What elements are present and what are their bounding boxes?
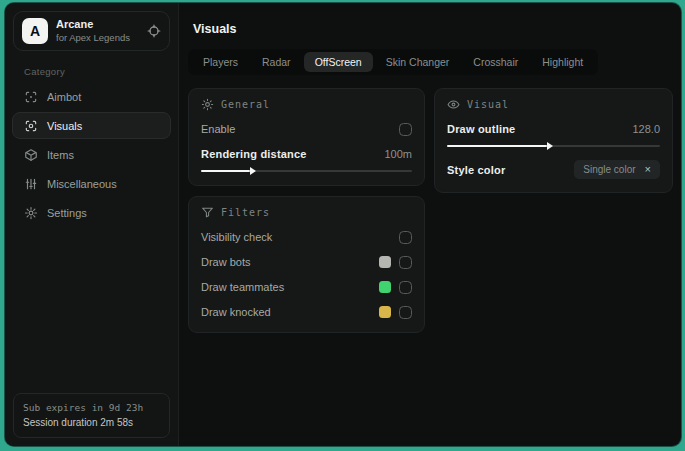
style-color-label: Style color (447, 164, 505, 176)
visibility-check-label: Visibility check (201, 231, 272, 243)
visual-panel-title: Visual (467, 99, 509, 110)
style-color-value: Single color (583, 164, 635, 175)
app-name: Arcane (56, 18, 130, 32)
draw-bots-label: Draw bots (201, 256, 251, 268)
draw-knocked-color-swatch[interactable] (379, 306, 391, 318)
aimbot-icon (24, 90, 38, 104)
miscellaneous-icon (24, 177, 38, 191)
sidebar-item-label: Miscellaneous (47, 178, 117, 190)
slider-fill (201, 170, 250, 172)
items-icon (24, 148, 38, 162)
sidebar-item-items[interactable]: Items (12, 141, 171, 168)
left-column: General Enable Rendering distance 100m (188, 88, 425, 333)
sidebar-nav: Aimbot Visuals Items (5, 83, 178, 226)
sun-icon (201, 98, 214, 111)
sidebar-item-label: Visuals (47, 120, 82, 132)
draw-outline-slider[interactable] (447, 145, 660, 147)
sidebar-item-label: Items (47, 149, 74, 161)
rendering-distance-label: Rendering distance (201, 148, 307, 160)
app-logo: A (22, 18, 48, 44)
draw-teammates-color-swatch[interactable] (379, 281, 391, 293)
visual-panel-header: Visual (447, 98, 660, 111)
app-subtitle: for Apex Legends (56, 32, 130, 44)
slider-thumb[interactable] (547, 142, 553, 150)
draw-bots-row: Draw bots (201, 255, 412, 269)
visibility-check-row: Visibility check (201, 230, 412, 244)
draw-teammates-row: Draw teammates (201, 280, 412, 294)
sidebar-spacer (5, 226, 178, 393)
sidebar-item-label: Settings (47, 207, 87, 219)
visuals-tabbar: Players Radar OffScreen Skin Changer Cro… (188, 49, 598, 75)
draw-knocked-checkbox[interactable] (399, 306, 412, 319)
tab-radar[interactable]: Radar (251, 52, 302, 72)
page-title: Visuals (193, 22, 673, 36)
tab-highlight[interactable]: Highlight (531, 52, 594, 72)
session-duration-text: Session duration 2m 58s (23, 415, 160, 430)
sidebar-item-label: Aimbot (47, 91, 81, 103)
draw-knocked-label: Draw knocked (201, 306, 271, 318)
sub-expires-text: Sub expires in 9d 23h (23, 400, 160, 415)
brand-card: A Arcane for Apex Legends (13, 11, 170, 51)
slider-fill (447, 145, 547, 147)
rendering-distance-value: 100m (384, 148, 412, 160)
general-panel-header: General (201, 98, 412, 111)
main-content: Visuals Players Radar OffScreen Skin Cha… (179, 3, 681, 446)
filters-panel-header: Filters (201, 206, 412, 219)
visuals-icon (24, 119, 38, 133)
sidebar-item-aimbot[interactable]: Aimbot (12, 83, 171, 110)
draw-teammates-label: Draw teammates (201, 281, 284, 293)
tab-skin-changer[interactable]: Skin Changer (375, 52, 461, 72)
tab-crosshair[interactable]: Crosshair (462, 52, 529, 72)
slider-thumb[interactable] (250, 167, 256, 175)
filters-panel-title: Filters (221, 207, 270, 218)
general-panel-title: General (221, 99, 270, 110)
style-color-row: Style color Single color × (447, 160, 660, 179)
style-color-select[interactable]: Single color × (574, 160, 660, 179)
close-icon[interactable]: × (645, 164, 651, 175)
tab-players[interactable]: Players (192, 52, 249, 72)
tab-offscreen[interactable]: OffScreen (304, 52, 373, 72)
sidebar: A Arcane for Apex Legends Category (5, 3, 179, 446)
draw-outline-row: Draw outline 128.0 (447, 122, 660, 136)
visibility-check-checkbox[interactable] (399, 231, 412, 244)
enable-row: Enable (201, 122, 412, 136)
app-window: A Arcane for Apex Legends Category (5, 3, 681, 446)
visual-panel: Visual Draw outline 128.0 Style color (434, 88, 673, 193)
draw-bots-color-swatch[interactable] (379, 256, 391, 268)
eye-icon (447, 98, 460, 111)
sidebar-item-miscellaneous[interactable]: Miscellaneous (12, 170, 171, 197)
subscription-info-card: Sub expires in 9d 23h Session duration 2… (13, 393, 170, 438)
draw-teammates-checkbox[interactable] (399, 281, 412, 294)
panels-grid: General Enable Rendering distance 100m (188, 88, 673, 333)
right-column: Visual Draw outline 128.0 Style color (434, 88, 673, 193)
filter-icon (201, 206, 214, 219)
filters-panel: Filters Visibility check Draw bots (188, 196, 425, 333)
sidebar-item-settings[interactable]: Settings (12, 199, 171, 226)
general-panel: General Enable Rendering distance 100m (188, 88, 425, 186)
brand-text: Arcane for Apex Legends (56, 18, 130, 44)
category-label: Category (5, 66, 178, 77)
draw-bots-checkbox[interactable] (399, 256, 412, 269)
draw-outline-value: 128.0 (632, 123, 660, 135)
draw-outline-label: Draw outline (447, 123, 515, 135)
sidebar-item-visuals[interactable]: Visuals (12, 112, 171, 139)
enable-label: Enable (201, 123, 235, 135)
draw-knocked-row: Draw knocked (201, 305, 412, 319)
crosshair-icon[interactable] (147, 24, 161, 38)
rendering-distance-row: Rendering distance 100m (201, 147, 412, 161)
rendering-distance-slider[interactable] (201, 170, 412, 172)
enable-checkbox[interactable] (399, 123, 412, 136)
gear-icon (24, 206, 38, 220)
